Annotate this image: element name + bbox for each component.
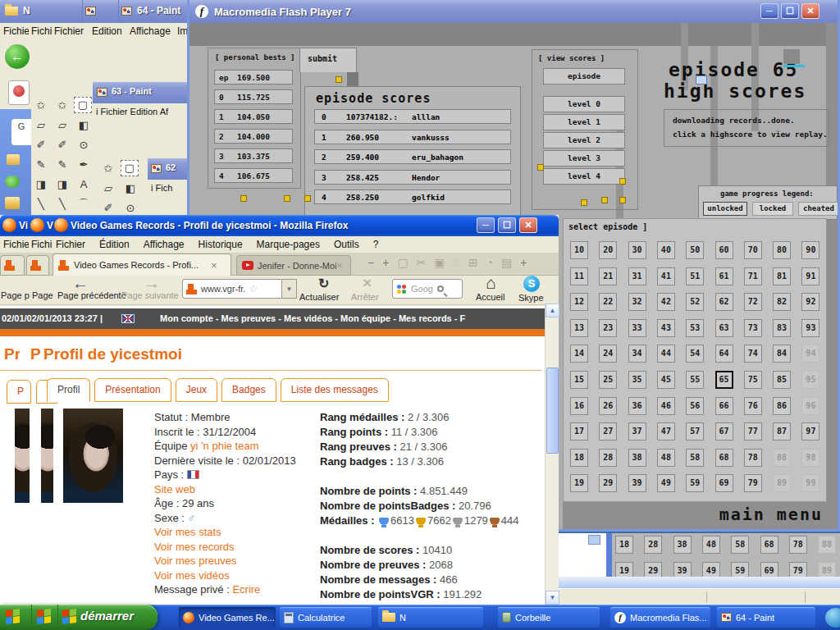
reload-icon[interactable]: ↻ xyxy=(318,276,329,291)
view-scores-button-level0[interactable]: level 0 xyxy=(543,96,625,112)
episode-score-row[interactable]: 0107374182.:alllan xyxy=(314,109,511,124)
tab-badges[interactable]: Badges xyxy=(221,378,276,402)
paint-tool-icon[interactable]: ╲ xyxy=(31,195,51,213)
tab-liste-des-messages[interactable]: Liste des messages xyxy=(281,378,389,402)
view-scores-button-level1[interactable]: level 1 xyxy=(543,114,625,130)
cut-icon[interactable]: ✂ xyxy=(417,256,427,269)
episode-cell-50[interactable]: 50 xyxy=(686,241,704,259)
paint-tool-icon[interactable]: ✎ xyxy=(52,156,72,174)
view-scores-button-level3[interactable]: level 3 xyxy=(543,150,625,167)
episode-cell-96[interactable]: 96 xyxy=(801,397,819,415)
personal-best-row[interactable]: 2104.000 xyxy=(214,129,293,144)
tray-orb-icon[interactable] xyxy=(825,608,840,628)
view-scores-button-episode[interactable]: episode xyxy=(543,68,625,84)
print-icon[interactable]: ▤ xyxy=(501,256,512,269)
scroll-up-button[interactable]: ▲ xyxy=(546,304,559,317)
taskbar-item-n[interactable]: N xyxy=(378,607,483,628)
minus-icon[interactable]: − xyxy=(368,256,374,269)
home-label[interactable]: Accueil xyxy=(476,292,504,302)
episode-cell-74[interactable]: 74 xyxy=(744,345,762,363)
paint63-menubar[interactable]: i Fichier Edition Af xyxy=(93,103,187,120)
legend-locked[interactable]: locked xyxy=(752,202,793,216)
episode-cell-52[interactable]: 52 xyxy=(686,293,704,311)
skype-icon[interactable]: S xyxy=(523,276,540,292)
episode-cell-88[interactable]: 88 xyxy=(773,449,791,467)
skype-label[interactable]: Skype xyxy=(518,293,544,303)
episode-cell-80[interactable]: 80 xyxy=(773,241,791,259)
paint-tool-icon[interactable]: ✩ xyxy=(31,97,51,115)
episode-cell-20[interactable]: 20 xyxy=(599,241,617,259)
episode-cell-24[interactable]: 24 xyxy=(599,345,617,363)
episode-cell-63[interactable]: 63 xyxy=(715,319,733,337)
view-scores-button-level2[interactable]: level 2 xyxy=(543,132,625,148)
personal-best-row[interactable]: ep169.500 xyxy=(214,70,293,84)
episode-cell-43[interactable]: 43 xyxy=(657,319,675,337)
tab-close-icon[interactable]: × xyxy=(211,259,217,272)
episode-cell-49[interactable]: 49 xyxy=(657,474,675,492)
task-pane-icon[interactable] xyxy=(5,197,20,209)
paint-tool-icon[interactable]: ⌒ xyxy=(74,195,94,213)
episode-score-row[interactable]: 3258.425Hendor xyxy=(314,170,511,185)
episode-cell-36[interactable]: 36 xyxy=(628,397,646,415)
episode-cell-77[interactable]: 77 xyxy=(744,422,762,441)
paint-tool-icon[interactable]: ╲ xyxy=(52,195,72,213)
episode-cell-11[interactable]: 11 xyxy=(570,267,588,285)
menu-marquepages[interactable]: Marque-pages xyxy=(257,239,320,250)
search-box[interactable]: Goog xyxy=(392,279,463,299)
url-dropdown[interactable]: ▼ xyxy=(282,279,297,299)
episode-cell-92[interactable]: 92 xyxy=(801,293,819,311)
episode-cell-17[interactable]: 17 xyxy=(570,422,588,441)
episode-cell-47[interactable]: 47 xyxy=(657,422,675,441)
tab-pr-sentation[interactable]: Présentation xyxy=(94,378,171,402)
episode-cell-26[interactable]: 26 xyxy=(599,397,617,415)
firefox-menubar[interactable]: Fichie Fichi FichierÉditionAffichageHist… xyxy=(0,236,559,253)
episode-cell-33[interactable]: 33 xyxy=(628,319,646,337)
episode-cell-15[interactable]: 15 xyxy=(570,371,588,389)
episode-cell-66[interactable]: 66 xyxy=(715,397,733,415)
episode-cell-34[interactable]: 34 xyxy=(628,345,646,363)
scroll-down-button[interactable]: ▼ xyxy=(546,591,559,605)
menu-affichage[interactable]: Affichage xyxy=(144,239,185,250)
episode-cell-91[interactable]: 91 xyxy=(801,267,819,285)
detail-link[interactable]: yi 'n phie team xyxy=(190,440,258,452)
episode-cell-14[interactable]: 14 xyxy=(570,345,588,363)
episode-cell-46[interactable]: 46 xyxy=(657,397,675,415)
paint-tool-icon[interactable]: ✐ xyxy=(31,136,51,154)
episode-cell-97[interactable]: 97 xyxy=(801,422,819,441)
episode-cell-99[interactable]: 99 xyxy=(801,474,819,492)
legend-cheated[interactable]: cheated xyxy=(798,202,838,216)
episode-cell-90[interactable]: 90 xyxy=(801,241,819,259)
menu-historique[interactable]: Historique xyxy=(199,239,243,250)
episode-cell-79[interactable]: 79 xyxy=(744,474,762,492)
episode-cell-31[interactable]: 31 xyxy=(628,267,646,285)
episode-cell-42[interactable]: 42 xyxy=(657,293,675,311)
paint-tool-icon[interactable]: A xyxy=(74,176,94,194)
paint-tool-icon[interactable]: ▢ xyxy=(74,97,92,113)
detail-link[interactable]: Ecrire xyxy=(232,583,260,596)
topbar-menu[interactable]: Mon compte - Mes preuves - Mes vidéos - … xyxy=(160,313,541,323)
episode-cell-78[interactable]: 78 xyxy=(744,449,762,467)
menu-fichier[interactable]: Fichier xyxy=(54,25,84,37)
taskbar-item-macromedia-flas-[interactable]: fMacromedia Flas... xyxy=(610,607,710,628)
episode-cell-60[interactable]: 60 xyxy=(715,241,733,259)
episode-cell-23[interactable]: 23 xyxy=(599,319,617,337)
episode-cell-67[interactable]: 67 xyxy=(715,422,733,441)
maximize-button[interactable]: ☐ xyxy=(498,217,516,233)
episode-cell-53[interactable]: 53 xyxy=(686,319,704,337)
menu-fichier[interactable]: Fichier xyxy=(56,239,85,250)
episode-cell-57[interactable]: 57 xyxy=(686,422,704,441)
episode-cell-37[interactable]: 37 xyxy=(628,422,646,441)
legend-unlocked[interactable]: unlocked xyxy=(703,202,747,216)
episode-score-row[interactable]: 4258.250golfkid xyxy=(314,189,511,204)
episode-cell-54[interactable]: 54 xyxy=(686,345,704,363)
menu-fichier-fragment[interactable]: Fichi xyxy=(31,25,53,37)
paint63-titlebar[interactable]: 63 - Paint xyxy=(93,82,187,103)
paint-tool-icon[interactable]: ✒ xyxy=(74,156,94,174)
episode-cell-81[interactable]: 81 xyxy=(773,267,791,285)
search-placeholder[interactable]: Goog xyxy=(411,284,437,294)
uk-flag-icon[interactable] xyxy=(121,314,135,323)
task-pane-icon[interactable] xyxy=(5,176,20,188)
new-window-icon[interactable]: ⊞ xyxy=(468,256,478,269)
episode-cell-94[interactable]: 94 xyxy=(801,345,819,363)
tab-profil[interactable]: Profil xyxy=(47,378,90,402)
